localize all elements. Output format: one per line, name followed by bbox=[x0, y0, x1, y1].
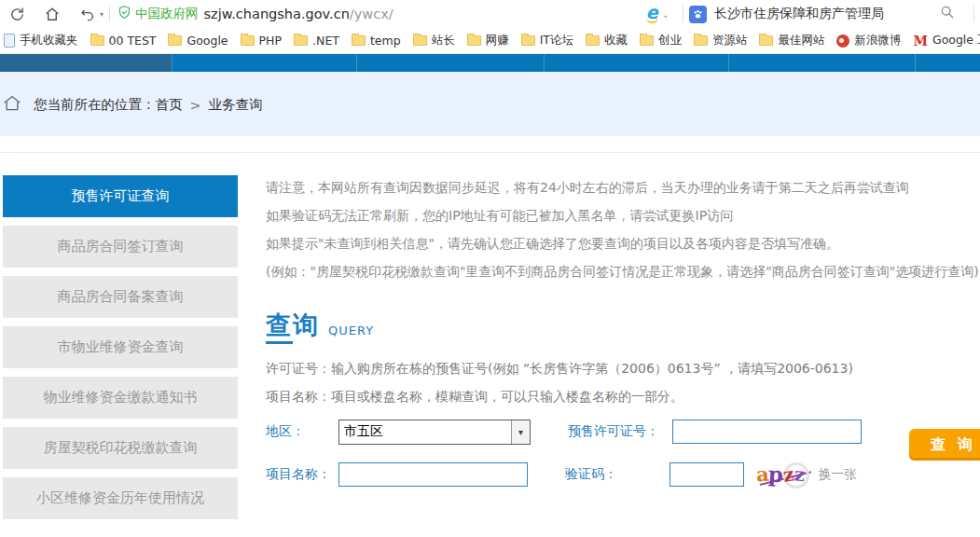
nav-segment[interactable] bbox=[728, 54, 915, 72]
tab-title: 长沙市住房保障和房产管理局 bbox=[714, 6, 884, 22]
folder-icon bbox=[521, 35, 535, 46]
folder-icon bbox=[352, 35, 366, 46]
ie-mode-chevron-icon[interactable]: ⌄ bbox=[662, 9, 669, 20]
bookmark-item[interactable]: 新浪微博 bbox=[836, 33, 901, 48]
bookmark-label: 00 TEST bbox=[109, 34, 157, 48]
bookmark-label: Google 工 bbox=[932, 33, 980, 48]
folder-icon bbox=[413, 35, 427, 46]
bookmark-item[interactable]: 站长 bbox=[413, 33, 455, 48]
bookmark-label: PHP bbox=[259, 34, 282, 48]
bookmark-item[interactable]: 创业 bbox=[640, 33, 682, 48]
nav-segment[interactable] bbox=[0, 54, 172, 72]
url-host: szjw.changsha.gov.cn bbox=[204, 7, 350, 21]
region-select-value: 市五区 bbox=[339, 423, 511, 440]
main-content: 请注意，本网站所有查询因数据同步延迟，将有24小时左右的滞后，当天办理的业务请于… bbox=[266, 173, 980, 489]
captcha-refresh-link[interactable]: 换一张 bbox=[819, 466, 857, 483]
reload-icon[interactable] bbox=[0, 7, 35, 22]
sidebar-item-deed-tax-query[interactable]: 房屋契税印花税缴款查询 bbox=[3, 427, 238, 469]
query-submit-button[interactable]: 查 询 bbox=[909, 429, 980, 461]
bookmark-item[interactable]: 00 TEST bbox=[90, 34, 157, 48]
site-verify-badge[interactable]: 中国政府网 bbox=[117, 5, 199, 23]
search-icon[interactable] bbox=[940, 5, 955, 23]
sidebar-item-presale-permit-query[interactable]: 预售许可证查询 bbox=[3, 175, 238, 217]
bookmark-label: Google bbox=[186, 34, 228, 48]
bookmark-label: .NET bbox=[312, 34, 339, 48]
region-select[interactable]: 市五区 ▾ bbox=[338, 420, 531, 445]
url-path: /ywcx/ bbox=[350, 7, 393, 21]
section-heading: 查询 QUERY bbox=[266, 311, 980, 339]
bookmark-item[interactable]: MGoogle 工 bbox=[913, 33, 980, 48]
bookmark-item[interactable]: IT论坛 bbox=[521, 33, 573, 48]
captcha-image[interactable]: a p z z bbox=[752, 461, 811, 489]
bookmark-item[interactable]: Google bbox=[168, 34, 228, 48]
home-outline-icon bbox=[2, 94, 22, 116]
bookmark-item[interactable]: 手机收藏夹 bbox=[4, 33, 78, 48]
bookmark-label: 最佳网站 bbox=[778, 33, 824, 48]
captcha-input[interactable] bbox=[669, 462, 744, 487]
field-hints: 许可证号：输入购房所在栋的预售证号(例如 “长房售许字第（2006）0613号”… bbox=[266, 354, 980, 410]
page-subtitle: QUERY bbox=[328, 324, 374, 337]
bookmark-item[interactable]: 网赚 bbox=[467, 33, 509, 48]
project-name-label: 项目名称： bbox=[266, 466, 338, 483]
breadcrumb-home-link[interactable]: 首页 bbox=[156, 96, 183, 114]
toolbar-separator bbox=[973, 6, 974, 22]
ie-mode-icon[interactable]: e bbox=[646, 5, 658, 22]
project-name-input[interactable] bbox=[338, 462, 528, 487]
sidebar-item-maintenance-fund-query[interactable]: 市物业维修资金查询 bbox=[3, 326, 238, 368]
bookmark-label: 创业 bbox=[658, 33, 682, 48]
bookmark-label: temp bbox=[370, 34, 401, 48]
bookmark-label: 收藏 bbox=[604, 33, 628, 48]
nav-segment[interactable] bbox=[915, 54, 980, 72]
folder-icon bbox=[467, 35, 481, 46]
nav-segment[interactable] bbox=[544, 54, 728, 72]
bookmark-label: 站长 bbox=[432, 33, 455, 48]
page-title: 查询 bbox=[266, 311, 320, 339]
address-bar[interactable]: szjw.changsha.gov.cn/ywcx/ bbox=[204, 7, 393, 21]
bookmark-item[interactable]: 收藏 bbox=[586, 33, 628, 48]
divider bbox=[0, 152, 980, 153]
sidebar-item-fund-usage-history[interactable]: 小区维修资金历年使用情况 bbox=[3, 477, 238, 519]
folder-icon bbox=[586, 35, 600, 46]
folder-icon bbox=[241, 35, 255, 46]
gmail-icon: M bbox=[913, 34, 928, 48]
nav-segment[interactable] bbox=[172, 54, 356, 72]
bookmark-item[interactable]: temp bbox=[352, 34, 401, 48]
nav-segment[interactable] bbox=[356, 54, 544, 72]
undo-dropdown-caret[interactable]: ▾ bbox=[100, 10, 104, 19]
mobile-icon bbox=[4, 34, 15, 48]
notice-line: (例如："房屋契税印花税缴款查询"里查询不到商品房合同签订情况是正常现象，请选择… bbox=[266, 257, 980, 285]
home-icon[interactable] bbox=[35, 7, 70, 22]
sidebar-item-contract-signing-query[interactable]: 商品房合同签订查询 bbox=[3, 226, 238, 268]
folder-icon bbox=[694, 35, 708, 46]
folder-icon bbox=[168, 35, 182, 46]
captcha-char: z bbox=[794, 462, 807, 486]
site-nav-bar bbox=[0, 54, 980, 72]
region-label: 地区： bbox=[266, 423, 338, 440]
toolbar-separator bbox=[109, 6, 110, 22]
folder-icon bbox=[640, 35, 654, 46]
breadcrumb-separator: > bbox=[190, 98, 201, 113]
bookmarks-bar: 手机收藏夹 00 TEST Google PHP .NET temp 站长 网赚… bbox=[0, 28, 980, 54]
bookmark-label: 资源站 bbox=[712, 33, 748, 48]
site-favicon-paw-icon bbox=[689, 6, 707, 23]
bookmark-item[interactable]: 资源站 bbox=[694, 33, 748, 48]
notice-line: 如果验证码无法正常刷新，您的IP地址有可能已被加入黑名单，请尝试更换IP访问 bbox=[266, 201, 980, 229]
sidebar-item-fund-payment-notice[interactable]: 物业维修资金缴款通知书 bbox=[3, 377, 238, 419]
permit-number-input[interactable] bbox=[672, 420, 862, 444]
bookmark-item[interactable]: PHP bbox=[241, 34, 282, 48]
folder-icon bbox=[294, 35, 308, 46]
bookmark-label: 新浪微博 bbox=[854, 33, 901, 48]
sidebar-menu: 预售许可证查询 商品房合同签订查询 商品房合同备案查询 市物业维修资金查询 物业… bbox=[3, 175, 238, 528]
bookmark-item[interactable]: 最佳网站 bbox=[759, 33, 824, 48]
shield-check-icon bbox=[117, 5, 131, 23]
form-row-1: 地区： 市五区 ▾ 预售许可证号： bbox=[266, 420, 980, 445]
breadcrumb-prefix: 您当前所在的位置： bbox=[34, 96, 156, 114]
chevron-down-icon: ▾ bbox=[511, 420, 530, 444]
folder-icon bbox=[90, 35, 104, 46]
browser-toolbar: ▾ 中国政府网 szjw.changsha.gov.cn/ywcx/ e ⌄ 长… bbox=[0, 0, 980, 28]
bookmark-label: IT论坛 bbox=[540, 33, 573, 48]
sidebar-item-contract-filing-query[interactable]: 商品房合同备案查询 bbox=[3, 276, 238, 318]
bookmark-item[interactable]: .NET bbox=[294, 34, 339, 48]
page: ▾ 中国政府网 szjw.changsha.gov.cn/ywcx/ e ⌄ 长… bbox=[0, 0, 980, 537]
bookmark-label: 网赚 bbox=[486, 33, 509, 48]
